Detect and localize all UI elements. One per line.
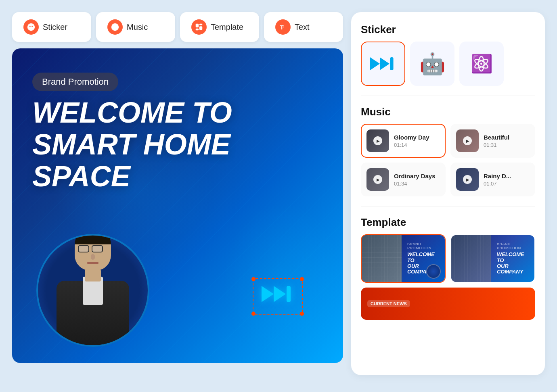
- svg-rect-17: [390, 57, 394, 70]
- sticker-tab-icon: [23, 19, 39, 35]
- template-badge-2: Brand Promotion: [497, 242, 530, 250]
- sticker-section: Sticker 🤖 ⚛️: [361, 23, 535, 86]
- template-section-title: Template: [361, 216, 535, 229]
- avatar-inner: [38, 236, 148, 345]
- play-btn-beautiful[interactable]: ▶: [463, 136, 472, 145]
- right-lens: [92, 245, 103, 252]
- template-tab-icon: [191, 19, 207, 35]
- sticker-item-atom[interactable]: ⚛️: [459, 42, 504, 86]
- music-duration-gloomy: 01:14: [394, 142, 429, 148]
- mouth: [87, 262, 98, 264]
- svg-marker-13: [274, 286, 286, 302]
- sticker-item-robot[interactable]: 🤖: [410, 42, 454, 86]
- music-item-rainy[interactable]: ▶ Rainy D... 01:07: [450, 163, 535, 196]
- music-name-gloomy: Gloomy Day: [394, 134, 429, 141]
- template-grid: Brand Promotion WELCOME TOOUR COMPANY: [361, 234, 535, 283]
- svg-rect-8: [199, 26, 202, 30]
- svg-marker-12: [262, 286, 274, 302]
- toolbar: Sticker Music: [12, 12, 343, 42]
- svg-marker-15: [370, 57, 380, 70]
- text-tab-icon: T I: [275, 19, 291, 35]
- music-duration-ordinary: 01:34: [394, 181, 436, 187]
- right-panel: Sticker 🤖 ⚛️: [351, 12, 545, 375]
- music-section: Music ▶ Gloomy Day 01:14: [361, 106, 535, 196]
- template-item-1[interactable]: Brand Promotion WELCOME TOOUR COMPANY: [361, 234, 446, 283]
- left-lens: [78, 245, 89, 252]
- music-tab-label: Music: [127, 23, 148, 32]
- sticker-section-title: Sticker: [361, 23, 535, 36]
- sticker-grid: 🤖 ⚛️: [361, 42, 535, 86]
- hair: [75, 234, 111, 244]
- person-silhouette: [46, 236, 139, 345]
- template-item-2[interactable]: Brand Promotion WELCOME TOOUR COMPANY: [450, 234, 535, 283]
- sticker-item-ff[interactable]: [361, 42, 405, 86]
- thumb-overlay-beautiful: ▶: [456, 129, 479, 152]
- music-thumb-rainy: ▶: [456, 168, 479, 191]
- svg-point-5: [115, 27, 116, 28]
- resize-handle-tr[interactable]: [300, 277, 304, 281]
- sticker-tab-button[interactable]: Sticker: [12, 12, 91, 42]
- resize-handle-bl[interactable]: [251, 312, 255, 316]
- resize-handle-br[interactable]: [300, 312, 304, 316]
- news-badge: CURRENT NEWS: [367, 300, 410, 307]
- music-name-rainy: Rainy D...: [484, 173, 511, 179]
- music-thumb-ordinary: ▶: [366, 168, 389, 191]
- template-building-2: [451, 235, 491, 282]
- template-badge-1: Brand Promotion: [407, 242, 441, 250]
- thumb-overlay-ordinary: ▶: [366, 168, 389, 191]
- svg-rect-6: [196, 24, 199, 27]
- app-container: Sticker Music: [12, 12, 545, 380]
- play-btn-ordinary[interactable]: ▶: [373, 175, 382, 184]
- face: [75, 234, 111, 271]
- music-name-beautiful: Beautiful: [484, 134, 509, 141]
- template-tab-label: Template: [211, 23, 243, 32]
- canvas-avatar: [36, 234, 149, 347]
- robot-emoji: 🤖: [419, 52, 446, 76]
- template-text-2: Brand Promotion WELCOME TOOUR COMPANY: [491, 235, 534, 282]
- music-tab-icon: [107, 19, 123, 35]
- template-building-1: [362, 235, 402, 282]
- resize-handle-tl[interactable]: [251, 277, 255, 281]
- thumb-overlay: ▶: [366, 129, 389, 152]
- template-avatar-small-1: [426, 264, 441, 279]
- template-headline-2: WELCOME TOOUR COMPANY: [497, 252, 530, 275]
- canvas-area: Brand Promotion WELCOME TO SMART HOME SP…: [12, 48, 343, 363]
- news-template-container: CURRENT NEWS: [361, 288, 535, 320]
- play-btn-rainy[interactable]: ▶: [463, 175, 472, 184]
- template-item-news[interactable]: CURRENT NEWS: [361, 288, 535, 320]
- svg-marker-16: [380, 57, 389, 70]
- svg-point-2: [31, 26, 33, 27]
- music-item-ordinary[interactable]: ▶ Ordinary Days 01:34: [361, 163, 446, 196]
- text-tab-label: Text: [295, 23, 310, 32]
- music-grid: ▶ Gloomy Day 01:14 ▶: [361, 124, 535, 196]
- left-panel: Sticker Music: [12, 12, 343, 363]
- music-item-beautiful[interactable]: ▶ Beautiful 01:31: [450, 124, 535, 158]
- neck: [85, 269, 101, 281]
- music-thumb-gloomy: ▶: [366, 129, 389, 152]
- music-item-gloomy[interactable]: ▶ Gloomy Day 01:14: [361, 124, 446, 158]
- music-tab-button[interactable]: Music: [96, 12, 175, 42]
- text-tab-button[interactable]: T I Text: [264, 12, 343, 42]
- brand-badge: Brand Promotion: [32, 73, 118, 91]
- nose: [91, 254, 95, 260]
- template-tab-button[interactable]: Template: [180, 12, 259, 42]
- svg-rect-9: [196, 29, 199, 31]
- template-bg-2: Brand Promotion WELCOME TOOUR COMPANY: [451, 235, 534, 282]
- fast-forward-sticker: [262, 284, 294, 309]
- music-duration-rainy: 01:07: [484, 181, 511, 187]
- svg-rect-7: [199, 24, 202, 25]
- music-info-beautiful: Beautiful 01:31: [484, 134, 509, 148]
- canvas-title-line1: WELCOME TO: [32, 96, 232, 129]
- atom-emoji: ⚛️: [471, 53, 493, 74]
- svg-rect-14: [287, 286, 291, 302]
- brand-badge-text: Brand Promotion: [42, 77, 109, 87]
- music-info-rainy: Rainy D... 01:07: [484, 173, 511, 187]
- template-section: Template Brand Promotion: [361, 216, 535, 320]
- canvas-title: WELCOME TO SMART HOME SPACE: [32, 97, 323, 193]
- music-name-ordinary: Ordinary Days: [394, 173, 436, 179]
- selected-sticker-container[interactable]: [253, 278, 303, 315]
- template-bg-1: Brand Promotion WELCOME TOOUR COMPANY: [362, 235, 445, 282]
- svg-point-1: [29, 26, 31, 27]
- glasses: [78, 245, 103, 252]
- play-btn-gloomy[interactable]: ▶: [373, 136, 382, 145]
